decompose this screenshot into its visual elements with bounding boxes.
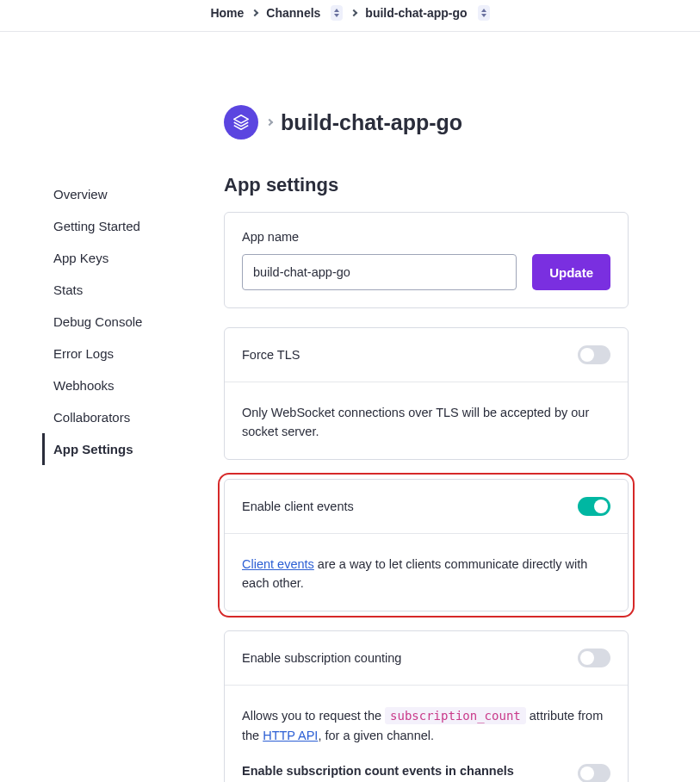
breadcrumb-channels[interactable]: Channels [266, 6, 320, 20]
client-events-link[interactable]: Client events [242, 557, 314, 571]
sidebar-item-overview[interactable]: Overview [42, 178, 198, 210]
app-name-label: App name [242, 230, 610, 244]
card-subscription-counting: Enable subscription counting Allows you … [224, 630, 629, 782]
sub-count-title: Enable subscription counting [242, 651, 401, 665]
force-tls-desc: Only WebSocket connections over TLS will… [242, 403, 610, 442]
app-name-input[interactable] [242, 254, 517, 290]
breadcrumb: Home Channels build-chat-app-go [0, 0, 700, 32]
breadcrumb-home[interactable]: Home [210, 6, 244, 20]
chevron-right-icon [251, 9, 258, 16]
sidebar-item-webhooks[interactable]: Webhooks [42, 369, 198, 401]
sub-count-toggle[interactable] [578, 649, 610, 667]
app-logo-icon [224, 105, 258, 140]
sidebar-item-getting-started[interactable]: Getting Started [42, 210, 198, 242]
sidebar: Overview Getting Started App Keys Stats … [0, 32, 198, 465]
app-header: build-chat-app-go [224, 105, 629, 140]
sub-events-toggle[interactable] [578, 764, 610, 782]
dropdown-app-icon[interactable] [478, 5, 490, 21]
client-events-toggle[interactable] [578, 497, 610, 516]
main-content: build-chat-app-go App settings App name … [198, 32, 663, 782]
card-app-name: App name Update [224, 212, 629, 308]
http-api-link[interactable]: HTTP API [263, 729, 318, 742]
chevron-right-icon [350, 9, 357, 16]
client-events-desc: Client events are a way to let clients c… [242, 555, 610, 593]
client-events-title: Enable client events [242, 500, 354, 513]
sidebar-item-app-settings[interactable]: App Settings [42, 433, 198, 465]
chevron-right-icon [266, 119, 273, 126]
force-tls-title: Force TLS [242, 348, 300, 362]
sidebar-item-collaborators[interactable]: Collaborators [42, 401, 198, 433]
card-client-events: Enable client events Client events are a… [224, 479, 629, 611]
sidebar-item-error-logs[interactable]: Error Logs [42, 338, 198, 369]
sidebar-item-stats[interactable]: Stats [42, 274, 198, 306]
force-tls-toggle[interactable] [578, 345, 610, 364]
app-title: build-chat-app-go [281, 110, 462, 135]
update-button[interactable]: Update [532, 254, 610, 290]
sub-events-title: Enable subscription count events in chan… [242, 764, 561, 778]
sidebar-item-debug-console[interactable]: Debug Console [42, 306, 198, 338]
card-force-tls: Force TLS Only WebSocket connections ove… [224, 327, 629, 460]
page-title: App settings [224, 174, 629, 196]
breadcrumb-app[interactable]: build-chat-app-go [365, 6, 467, 20]
code-subscription-count: subscription_count [385, 707, 526, 724]
dropdown-channels-icon[interactable] [331, 5, 343, 21]
sidebar-item-app-keys[interactable]: App Keys [42, 242, 198, 274]
sub-count-desc: Allows you to request the subscription_c… [242, 706, 610, 745]
